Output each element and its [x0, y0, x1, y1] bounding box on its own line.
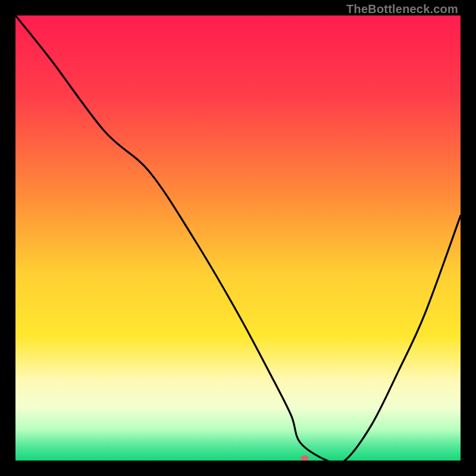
gradient-background: [15, 15, 461, 461]
attribution-text: TheBottleneck.com: [346, 2, 458, 16]
plot-area: [15, 15, 461, 461]
chart-frame: TheBottleneck.com: [0, 0, 476, 476]
chart-svg: [15, 15, 461, 461]
